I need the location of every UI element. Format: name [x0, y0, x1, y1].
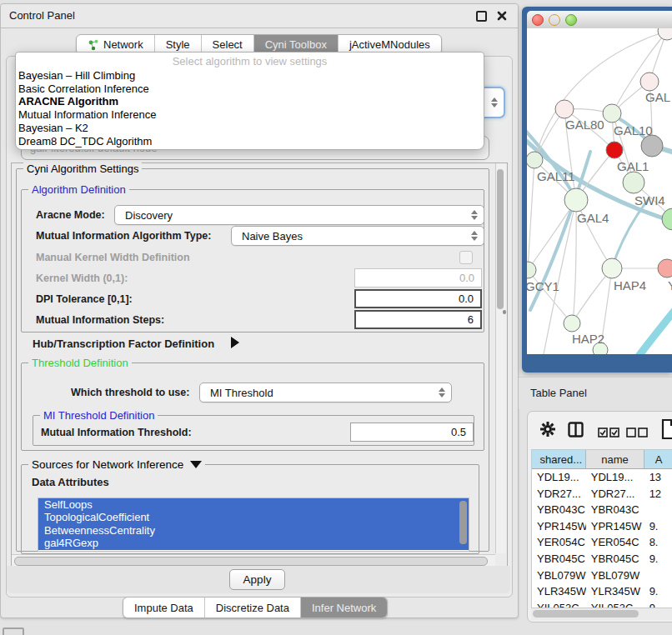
table-scrollbar-thumb[interactable]: [533, 610, 639, 618]
mi-steps-field[interactable]: 6: [354, 310, 482, 329]
hub-expand-arrow-icon[interactable]: [231, 337, 239, 352]
horizontal-scrollbar-thumb[interactable]: [14, 557, 488, 566]
minimized-panel-icon[interactable]: [3, 628, 24, 635]
table-row[interactable]: YDL19...YDL19...13: [532, 469, 672, 486]
table-cell: YBR045C: [532, 551, 586, 568]
table-cell: 9.: [644, 583, 672, 600]
network-edge[interactable]: [528, 160, 534, 270]
stepper-arrows-icon: [439, 388, 445, 398]
list-scrollbar-thumb[interactable]: [459, 501, 467, 544]
tab-infer-network[interactable]: Infer Network: [301, 598, 387, 618]
list-item[interactable]: gal4RGexp: [38, 537, 469, 549]
mi-threshold-field[interactable]: 0.5: [350, 422, 474, 442]
network-edge[interactable]: [528, 270, 572, 323]
table-horizontal-scrollbar[interactable]: [531, 608, 672, 620]
which-threshold-label: Which threshold to use:: [71, 387, 189, 398]
table-cell: YDR27...: [586, 486, 644, 502]
horizontal-scrollbar[interactable]: [12, 554, 495, 566]
tab-label: jActiveMNodules: [349, 38, 430, 51]
table-cell: [644, 502, 672, 518]
dropdown-item[interactable]: Bayesian – K2: [18, 122, 481, 135]
list-item[interactable]: BetweennessCentrality: [38, 524, 469, 537]
apply-button[interactable]: Apply: [229, 569, 285, 590]
network-node[interactable]: [564, 315, 580, 332]
table-row[interactable]: YLR345WYLR345W9.: [532, 583, 672, 600]
network-graph: GALGAL80GAL10GAL11GAL1SWI4GAL4GCY1HAP4YH…: [527, 28, 672, 354]
dropdown-item[interactable]: ARACNE Algorithm: [18, 95, 481, 108]
kernel-width-field[interactable]: 0.0: [354, 268, 482, 288]
table-row[interactable]: YBR043CYBR043C: [532, 502, 672, 518]
column-header[interactable]: A: [644, 450, 672, 468]
table-panel-titlebar: Table Panel: [519, 377, 672, 409]
column-header[interactable]: shared...: [532, 450, 586, 468]
close-window-icon[interactable]: [532, 14, 544, 26]
dropdown-item[interactable]: Bayesian – Hill Climbing: [18, 69, 481, 82]
list-item[interactable]: TopologicalCoefficient: [38, 511, 469, 523]
network-icon: [88, 39, 99, 51]
node-label: GAL4: [577, 211, 609, 225]
table-cell: YPR145W: [586, 518, 644, 535]
dropdown-item[interactable]: Dream8 DC_TDC Algorithm: [18, 135, 481, 148]
network-window-titlebar[interactable]: [527, 11, 672, 29]
node-label: GAL11: [537, 169, 575, 183]
which-threshold-combobox[interactable]: MI Threshold: [199, 382, 452, 402]
table-panel-window: shared...nameA YDL19...YDL19...13YDR27..…: [527, 411, 672, 622]
network-node[interactable]: [641, 135, 663, 157]
aracne-mode-label: Aracne Mode:: [36, 209, 105, 221]
network-edge[interactable]: [573, 200, 576, 323]
table-cell: YBL079W: [586, 568, 644, 584]
table-header-row: shared...nameA: [532, 450, 672, 469]
panel-resize-grip[interactable]: [503, 310, 506, 314]
network-node[interactable]: [623, 172, 644, 193]
network-node[interactable]: [555, 100, 574, 118]
dropdown-item[interactable]: Mutual Information Inference: [18, 108, 481, 122]
float-panel-icon[interactable]: [475, 10, 487, 22]
close-panel-icon[interactable]: [496, 10, 508, 22]
column-header[interactable]: name: [586, 450, 644, 468]
dropdown-item[interactable]: Basic Correlation Inference: [18, 82, 481, 96]
tab-impute-data[interactable]: Impute Data: [123, 598, 205, 618]
network-node[interactable]: [606, 142, 623, 158]
mi-algorithm-type-combobox[interactable]: Naive Bayes: [231, 226, 484, 246]
tab-label: Cyni Toolbox: [265, 38, 327, 51]
network-node[interactable]: [603, 104, 621, 122]
network-node[interactable]: [658, 28, 672, 40]
gear-icon: [539, 421, 556, 438]
sources-collapse-arrow-icon[interactable]: [190, 461, 202, 468]
screen: Control Panel NetworkStyleSelectCyni Too…: [0, 0, 672, 635]
data-attributes-list[interactable]: SelfLoopsTopologicalCoefficientBetweenne…: [38, 498, 469, 552]
new-table-button[interactable]: [661, 418, 672, 443]
network-node[interactable]: [527, 152, 543, 168]
network-canvas[interactable]: GALGAL80GAL10GAL11GAL1SWI4GAL4GCY1HAP4YH…: [527, 28, 672, 354]
network-node[interactable]: [658, 259, 672, 278]
table-row[interactable]: YER054CYER054C8.: [532, 534, 672, 551]
network-node[interactable]: [564, 188, 588, 212]
data-attributes-label: Data Attributes: [32, 476, 109, 488]
deselect-all-button[interactable]: [626, 426, 648, 441]
vertical-scrollbar-thumb[interactable]: [497, 169, 504, 309]
table-row[interactable]: YDR27...YDR27...12: [532, 486, 672, 502]
zoom-window-icon[interactable]: [565, 14, 577, 26]
table-settings-button[interactable]: [539, 421, 556, 441]
tab-discretize-data[interactable]: Discretize Data: [205, 598, 301, 618]
split-panel-button[interactable]: [568, 422, 584, 441]
table-row[interactable]: YPR145WYPR145W9.: [532, 518, 672, 535]
network-edge[interactable]: [637, 308, 672, 354]
network-node[interactable]: [640, 72, 659, 91]
network-node[interactable]: [662, 208, 672, 230]
table-cell: 8.: [644, 534, 672, 551]
manual-kernel-checkbox[interactable]: [459, 251, 473, 264]
network-node[interactable]: [527, 262, 536, 278]
control-panel-titlebar: Control Panel: [1, 4, 518, 28]
table-row[interactable]: YBR045CYBR045C9.: [532, 551, 672, 568]
mi-threshold-label: Mutual Information Threshold:: [41, 427, 192, 438]
table-row[interactable]: YBL079WYBL079W: [532, 568, 672, 584]
minimize-window-icon[interactable]: [549, 14, 560, 26]
aracne-mode-combobox[interactable]: Discovery: [114, 205, 484, 225]
split-columns-icon: [568, 422, 584, 438]
network-node[interactable]: [602, 258, 622, 278]
list-item[interactable]: SelfLoops: [38, 498, 469, 511]
checked-boxes-icon: [598, 428, 619, 438]
dpi-tolerance-field[interactable]: 0.0: [354, 289, 482, 308]
select-all-button[interactable]: [598, 426, 619, 441]
